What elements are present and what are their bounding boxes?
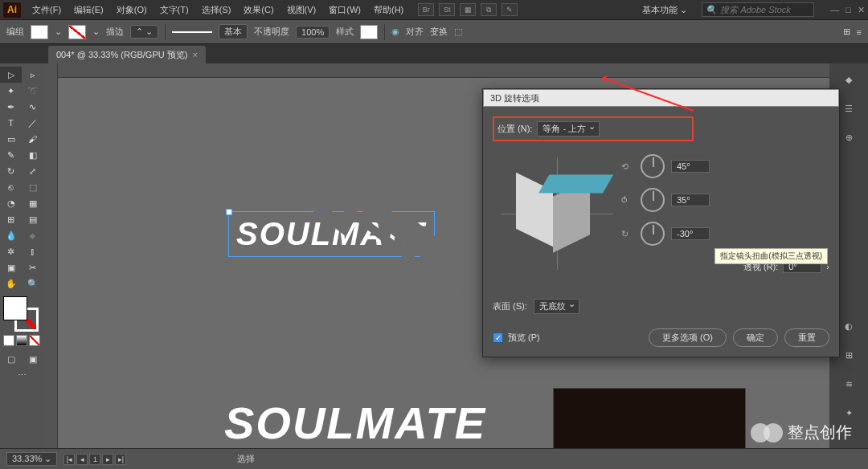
stroke-profile[interactable] (172, 31, 212, 33)
none-mode-icon[interactable] (29, 335, 40, 346)
blend-tool[interactable]: ⟐ (22, 227, 43, 243)
brushes-panel-icon[interactable]: ≋ (837, 374, 860, 394)
free-transform-tool[interactable]: ⬚ (22, 179, 43, 195)
reset-button[interactable]: 重置 (784, 328, 829, 347)
bridge-icon[interactable]: Br (418, 3, 434, 16)
menu-help[interactable]: 帮助(H) (369, 2, 408, 18)
panel-menu-icon[interactable]: ≡ (857, 27, 862, 37)
transform-label[interactable]: 变换 (430, 26, 448, 38)
direct-selection-tool[interactable]: ▹ (22, 67, 43, 83)
menu-edit[interactable]: 编辑(E) (69, 2, 108, 18)
shape-builder-tool[interactable]: ◔ (0, 195, 22, 211)
properties-panel-icon[interactable]: ◆ (837, 70, 860, 89)
curvature-tool[interactable]: ∿ (22, 99, 43, 115)
lasso-tool[interactable]: ➰ (22, 83, 43, 99)
artboard-first-icon[interactable]: |◂ (63, 454, 75, 465)
edit-toolbar-icon[interactable]: ⋯ (0, 367, 43, 383)
stroke-dropdown-icon[interactable]: ⌄ (92, 27, 100, 37)
hand-tool[interactable]: ✋ (0, 275, 22, 292)
selection-tool[interactable]: ▷ (0, 67, 22, 83)
arrange-docs-icon[interactable]: ▦ (460, 3, 476, 16)
ruler-horizontal[interactable] (43, 63, 829, 78)
opacity-input[interactable]: 100% (296, 26, 330, 39)
stroke-swatch[interactable] (68, 25, 86, 39)
document-tab[interactable]: 004* @ 33.33% (RGB/GPU 预览) × (48, 46, 206, 63)
fill-stroke-control[interactable] (3, 296, 39, 332)
gpu-icon[interactable]: ⧉ (481, 3, 497, 16)
rectangle-tool[interactable]: ▭ (0, 131, 22, 147)
libraries-panel-icon[interactable]: ⊕ (837, 128, 860, 147)
stock-icon[interactable]: St (439, 3, 455, 16)
slice-tool[interactable]: ✂ (22, 259, 43, 275)
tab-close-icon[interactable]: × (192, 50, 197, 59)
layers-panel-icon[interactable]: ☰ (837, 99, 860, 118)
menu-view[interactable]: 视图(V) (282, 2, 321, 18)
color-panel-icon[interactable]: ◐ (837, 316, 860, 336)
recolor-icon[interactable]: ◉ (391, 27, 399, 37)
line-tool[interactable]: ／ (22, 115, 43, 131)
rotate-z-dial[interactable] (641, 222, 665, 246)
rotate-y-dial[interactable] (641, 188, 665, 212)
menu-object[interactable]: 对象(O) (112, 2, 152, 18)
shaper-tool[interactable]: ✎ (0, 147, 22, 163)
graph-tool[interactable]: ⫿ (22, 243, 43, 259)
cube-icon[interactable] (521, 177, 593, 250)
symbol-sprayer-tool[interactable]: ✲ (0, 243, 22, 259)
cube-preview[interactable] (493, 149, 621, 278)
feedback-icon[interactable]: ✎ (502, 3, 518, 16)
type-tool[interactable]: T (0, 115, 22, 131)
ruler-vertical[interactable] (43, 63, 58, 448)
swatches-panel-icon[interactable]: ⊞ (837, 345, 860, 365)
ok-button[interactable]: 确定 (733, 328, 778, 347)
width-tool[interactable]: ⎋ (0, 179, 22, 195)
align-label[interactable]: 对齐 (406, 26, 424, 38)
mesh-tool[interactable]: ⊞ (0, 211, 22, 227)
paintbrush-tool[interactable]: 🖌 (22, 131, 43, 147)
perspective-tool[interactable]: ▦ (22, 195, 43, 211)
eyedropper-tool[interactable]: 💧 (0, 227, 22, 243)
rotate-z-input[interactable]: -30° (671, 227, 710, 240)
artwork-bottom[interactable]: SOULMATE (224, 397, 486, 448)
fill-color-icon[interactable] (3, 296, 27, 320)
rotate-tool[interactable]: ↻ (0, 163, 22, 179)
rotate-x-dial[interactable] (641, 154, 665, 178)
stroke-style-select[interactable]: 基本 (219, 24, 248, 39)
stock-search[interactable]: 🔍 搜索 Adobe Stock (702, 2, 814, 17)
menu-select[interactable]: 选择(S) (197, 2, 236, 18)
menu-effect[interactable]: 效果(C) (239, 2, 278, 18)
zoom-tool[interactable]: 🔍 (22, 275, 43, 292)
pen-tool[interactable]: ✒ (0, 99, 22, 115)
symbols-panel-icon[interactable]: ✦ (837, 403, 860, 422)
artboard-next-icon[interactable]: ▸ (102, 454, 113, 465)
zoom-level[interactable]: 33.33% ⌄ (6, 452, 57, 466)
menu-file[interactable]: 文件(F) (27, 2, 66, 18)
fill-dropdown-icon[interactable]: ⌄ (55, 27, 62, 37)
preview-checkbox[interactable]: ✓ (493, 332, 503, 343)
rotate-y-input[interactable]: 35° (671, 194, 710, 206)
surface-select[interactable]: 无底纹 (534, 299, 579, 314)
menu-type[interactable]: 文字(T) (155, 2, 194, 18)
position-select[interactable]: 等角 - 上方 (537, 121, 600, 137)
window-maximize-icon[interactable]: □ (845, 5, 851, 15)
window-minimize-icon[interactable]: — (830, 5, 839, 15)
workspace-switcher[interactable]: 基本功能 ⌄ (636, 2, 694, 18)
artboard-last-icon[interactable]: ▸| (115, 454, 126, 465)
selection-bounding-box[interactable] (228, 211, 435, 257)
magic-wand-tool[interactable]: ✦ (0, 83, 22, 99)
artwork-top-selected[interactable]: SOULMATE (236, 216, 427, 252)
menu-window[interactable]: 窗口(W) (324, 2, 366, 18)
color-mode-icon[interactable] (3, 335, 14, 346)
isolate-icon[interactable]: ⬚ (454, 27, 462, 37)
rotate-x-input[interactable]: 45° (671, 160, 710, 173)
stroke-weight-input[interactable]: ⌃ ⌄ (130, 25, 158, 39)
artboard-index[interactable]: 1 (89, 454, 100, 465)
window-close-icon[interactable]: ✕ (858, 5, 865, 15)
artboard-prev-icon[interactable]: ◂ (76, 454, 88, 465)
screen-mode-full[interactable]: ▣ (22, 351, 43, 367)
panel-toggle-icon[interactable]: ⊞ (843, 27, 850, 37)
gradient-tool[interactable]: ▤ (22, 211, 43, 227)
fill-swatch[interactable] (31, 25, 48, 39)
graphic-style-swatch[interactable] (360, 25, 378, 39)
artboard-tool[interactable]: ▣ (0, 259, 22, 275)
more-options-button[interactable]: 更多选项 (O) (649, 328, 727, 347)
